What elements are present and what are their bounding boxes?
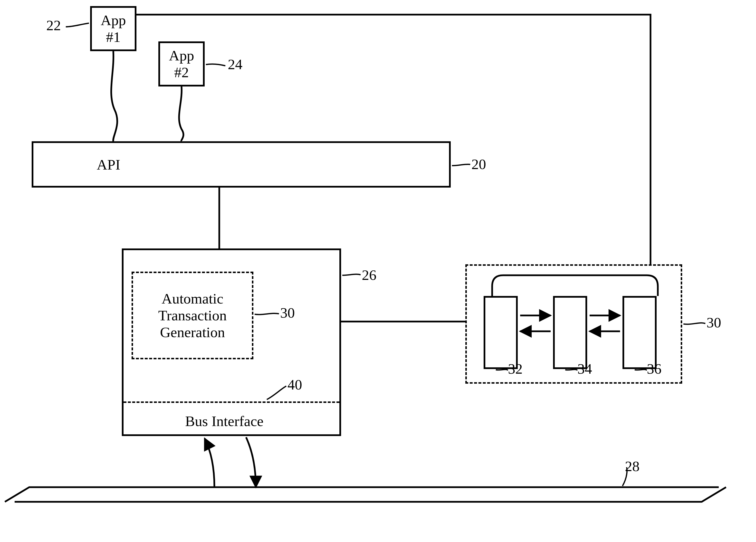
app2-line2: #2 xyxy=(174,64,189,81)
ref-28: 28 xyxy=(625,458,640,475)
ref-30a: 30 xyxy=(280,304,295,321)
app2-line1: App xyxy=(169,47,194,64)
separator-40 xyxy=(124,401,339,403)
api-box: API xyxy=(32,141,451,188)
ref-24: 24 xyxy=(228,56,242,73)
app2-box: App #2 xyxy=(158,41,205,86)
block-36 xyxy=(622,296,657,369)
app1-line2: #1 xyxy=(106,29,121,46)
ref-36: 36 xyxy=(647,361,661,377)
app1-box: App #1 xyxy=(90,6,136,51)
block-34 xyxy=(553,296,587,369)
ref-32: 32 xyxy=(508,361,523,377)
ref-26: 26 xyxy=(362,267,376,284)
ref-40: 40 xyxy=(287,376,302,393)
api-label: API xyxy=(97,156,120,173)
atg-line1: Automatic xyxy=(162,290,223,307)
diagram-stage: App #1 App #2 API Automatic Transaction … xyxy=(0,0,756,542)
atg-box: Automatic Transaction Generation xyxy=(132,272,253,359)
bus-interface-label: Bus Interface xyxy=(185,413,264,430)
atg-line3: Generation xyxy=(160,324,225,341)
block-32 xyxy=(484,296,518,369)
ref-22: 22 xyxy=(46,17,61,34)
app1-line1: App xyxy=(101,12,126,29)
ref-34: 34 xyxy=(577,361,592,377)
ref-20: 20 xyxy=(471,156,486,173)
ref-30b: 30 xyxy=(707,314,721,331)
atg-line2: Transaction xyxy=(158,307,227,324)
